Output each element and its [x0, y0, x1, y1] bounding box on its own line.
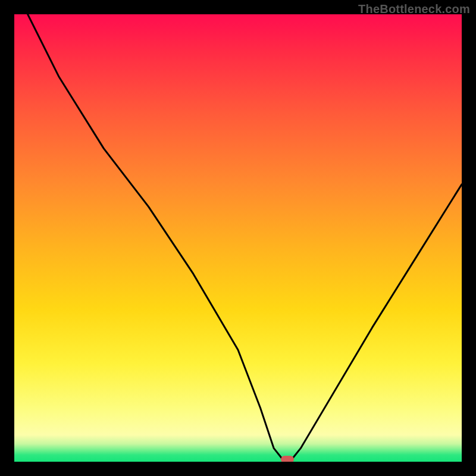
- plot-area: [14, 14, 462, 462]
- watermark-text: TheBottleneck.com: [358, 2, 470, 16]
- chart-frame: TheBottleneck.com: [0, 0, 476, 476]
- optimum-marker: [281, 456, 294, 462]
- bottleneck-curve: [14, 14, 462, 462]
